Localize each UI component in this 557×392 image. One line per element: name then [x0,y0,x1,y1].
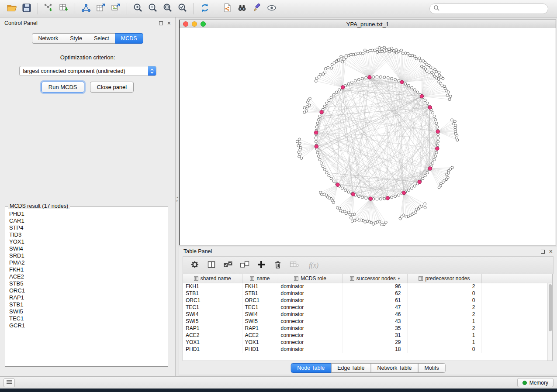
cell-successor-nodes[interactable]: 96 [343,283,407,290]
mcds-result-item[interactable]: YOX1 [9,238,164,245]
import-network-button[interactable] [42,2,56,16]
cell-name[interactable]: FKH1 [242,283,278,290]
table-row[interactable]: RAP1 RAP1 dominator 35 2 [183,325,552,332]
open-button[interactable] [5,2,19,16]
table-row[interactable]: TEC1 TEC1 connector 47 2 [183,304,552,311]
cell-shared-name[interactable]: TEC1 [183,304,242,311]
cell-mcds-role[interactable]: connector [278,339,343,346]
task-history-button[interactable] [3,378,15,387]
import-table-button[interactable] [57,2,71,16]
mcds-result-item[interactable]: SWI4 [9,245,164,252]
tab-edge-table[interactable]: Edge Table [331,363,371,373]
cell-predecessor-nodes[interactable]: 0 [407,346,481,353]
mcds-result-item[interactable]: FKH1 [9,266,164,273]
cell-successor-nodes[interactable]: 46 [343,311,407,318]
zoom-fit-button[interactable] [161,2,175,16]
apply-style-button[interactable] [250,2,264,16]
cell-mcds-role[interactable]: dominator [278,325,343,332]
cell-name[interactable]: ACE2 [242,332,278,339]
column-header-name[interactable]: name [242,274,278,283]
tab-node-table[interactable]: Node Table [291,363,331,373]
table-row[interactable]: SWI5 SWI5 connector 43 1 [183,318,552,325]
cell-name[interactable]: SWI5 [242,318,278,325]
tab-select[interactable]: Select [88,33,115,44]
mcds-result-item[interactable]: SRD1 [9,252,164,259]
search-input[interactable] [442,6,544,12]
cell-mcds-role[interactable]: dominator [278,283,343,290]
cell-predecessor-nodes[interactable]: 2 [407,325,481,332]
table-row[interactable]: FKH1 FKH1 dominator 96 2 [183,283,552,290]
mcds-result-item[interactable]: STB5 [9,280,164,287]
network-canvas[interactable] [180,28,556,245]
cell-successor-nodes[interactable]: 61 [343,297,407,304]
mcds-result-item[interactable]: GCR1 [9,322,164,329]
cell-predecessor-nodes[interactable]: 2 [407,304,481,311]
column-header-predecessor-nodes[interactable]: predecessor nodes [407,274,481,283]
cell-name[interactable]: PHD1 [242,346,278,353]
mcds-result-item[interactable]: PHD1 [9,210,164,217]
export-table-button[interactable] [94,2,108,16]
select-all-button[interactable] [221,258,235,272]
cell-shared-name[interactable]: SWI5 [183,318,242,325]
hide-columns-button[interactable] [287,258,301,272]
cell-name[interactable]: TEC1 [242,304,278,311]
mcds-result-item[interactable]: TID3 [9,231,164,238]
float-panel-icon[interactable] [159,21,163,25]
memory-button[interactable]: Memory [517,378,554,387]
close-table-panel-icon[interactable]: × [549,248,553,254]
table-row[interactable]: YOX1 YOX1 connector 29 1 [183,339,552,346]
cell-successor-nodes[interactable]: 43 [343,318,407,325]
cell-shared-name[interactable]: ACE2 [183,332,242,339]
cell-mcds-role[interactable]: dominator [278,290,343,297]
cell-mcds-role[interactable]: connector [278,304,343,311]
cell-predecessor-nodes[interactable]: 0 [407,297,481,304]
cell-shared-name[interactable]: STB1 [183,290,242,297]
splitter-arrows-icon[interactable]: ◂▸ [176,196,179,203]
cell-name[interactable]: STB1 [242,290,278,297]
show-hide-graphics-button[interactable] [265,2,279,16]
run-mcds-button[interactable]: Run MCDS [42,82,84,93]
cell-successor-nodes[interactable]: 18 [343,346,407,353]
table-row[interactable]: ACE2 ACE2 connector 31 1 [183,332,552,339]
export-network-button[interactable] [220,2,234,16]
cell-predecessor-nodes[interactable]: 1 [407,339,481,346]
cell-name[interactable]: RAP1 [242,325,278,332]
column-header-mcds-role[interactable]: MCDS role [278,274,343,283]
tab-network-table[interactable]: Network Table [371,363,419,373]
cell-predecessor-nodes[interactable]: 1 [407,318,481,325]
mcds-result-item[interactable]: ACE2 [9,273,164,280]
cell-mcds-role[interactable]: connector [278,332,343,339]
cell-name[interactable]: ORC1 [242,297,278,304]
close-panel-button[interactable]: Close panel [90,82,134,93]
cell-predecessor-nodes[interactable]: 2 [407,283,481,290]
cell-predecessor-nodes[interactable]: 0 [407,290,481,297]
zoom-in-button[interactable] [131,2,145,16]
cell-successor-nodes[interactable]: 31 [343,332,407,339]
cell-mcds-role[interactable]: connector [278,318,343,325]
cell-successor-nodes[interactable]: 29 [343,339,407,346]
add-row-button[interactable] [254,258,268,272]
mcds-result-item[interactable]: STB1 [9,301,164,308]
export-image-button[interactable] [109,2,123,16]
table-row[interactable]: STB1 STB1 dominator 62 0 [183,290,552,297]
cell-successor-nodes[interactable]: 62 [343,290,407,297]
zoom-selected-button[interactable] [176,2,190,16]
mcds-result-item[interactable]: CAR1 [9,217,164,224]
mcds-result-item[interactable]: PMA2 [9,259,164,266]
cell-successor-nodes[interactable]: 47 [343,304,407,311]
tab-style[interactable]: Style [64,33,88,44]
cell-shared-name[interactable]: FKH1 [183,283,242,290]
column-header-successor-nodes[interactable]: successor nodes▾ [343,274,407,283]
cell-predecessor-nodes[interactable]: 1 [407,332,481,339]
network-window-titlebar[interactable]: YPA_prune.txt_1 [180,20,556,28]
mcds-result-item[interactable]: STP4 [9,224,164,231]
mcds-result-item[interactable]: ORC1 [9,287,164,294]
optimization-criterion-select[interactable]: largest connected component (undirected) [19,66,156,76]
cell-mcds-role[interactable]: dominator [278,297,343,304]
delete-row-button[interactable] [271,258,285,272]
new-network-button[interactable] [79,2,93,16]
show-columns-button[interactable] [204,258,218,272]
cell-predecessor-nodes[interactable]: 2 [407,311,481,318]
column-header-shared-name[interactable]: shared name [183,274,242,283]
table-row[interactable]: ORC1 ORC1 dominator 61 0 [183,297,552,304]
